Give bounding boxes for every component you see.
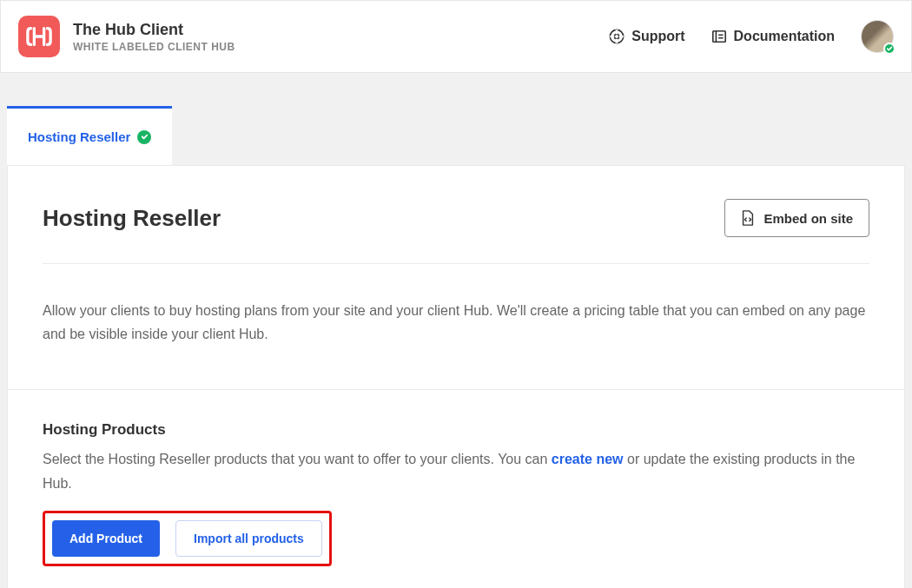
add-product-button[interactable]: Add Product: [52, 520, 160, 557]
panel-header: Hosting Reseller Embed on site: [8, 166, 904, 263]
support-link[interactable]: Support: [609, 29, 684, 44]
embed-file-icon: [741, 210, 755, 226]
tab-bar: Hosting Reseller: [7, 106, 905, 165]
hosting-products-section: Hosting Products Select the Hosting Rese…: [8, 389, 904, 588]
panel-description: Allow your clients to buy hosting plans …: [8, 264, 904, 389]
documentation-icon: [711, 29, 727, 44]
main-panel: Hosting Reseller Embed on site Allow you…: [7, 165, 905, 588]
brand-logo: [18, 16, 60, 57]
section-desc-prefix: Select the Hosting Reseller products tha…: [43, 452, 552, 466]
svg-point-1: [615, 34, 619, 38]
svg-rect-2: [712, 31, 724, 43]
create-new-link[interactable]: create new: [552, 452, 624, 466]
section-description: Select the Hosting Reseller products tha…: [43, 447, 869, 494]
tab-status-badge: [137, 130, 151, 144]
section-title: Hosting Products: [43, 421, 869, 439]
support-label: Support: [631, 29, 684, 44]
embed-on-site-button[interactable]: Embed on site: [724, 199, 869, 237]
documentation-label: Documentation: [734, 29, 835, 44]
support-icon: [609, 29, 625, 44]
product-action-buttons: Add Product Import all products: [43, 511, 332, 566]
user-avatar[interactable]: [861, 20, 894, 53]
check-icon: [141, 133, 149, 141]
import-all-products-button[interactable]: Import all products: [175, 520, 322, 557]
status-badge: [883, 43, 895, 55]
app-header: The Hub Client WHITE LABELED CLIENT HUB …: [0, 0, 912, 73]
tab-label: Hosting Reseller: [28, 129, 130, 144]
check-icon: [886, 45, 893, 52]
brand-text: The Hub Client WHITE LABELED CLIENT HUB: [73, 21, 235, 53]
brand-subtitle: WHITE LABELED CLIENT HUB: [73, 41, 235, 53]
page-body: Hosting Reseller Hosting Reseller Embed …: [0, 73, 912, 588]
documentation-link[interactable]: Documentation: [711, 29, 835, 44]
embed-label: Embed on site: [763, 211, 853, 226]
brand-title: The Hub Client: [73, 21, 235, 39]
tab-hosting-reseller[interactable]: Hosting Reseller: [7, 106, 172, 165]
page-title: Hosting Reseller: [43, 205, 221, 232]
hub-icon: [26, 23, 52, 50]
